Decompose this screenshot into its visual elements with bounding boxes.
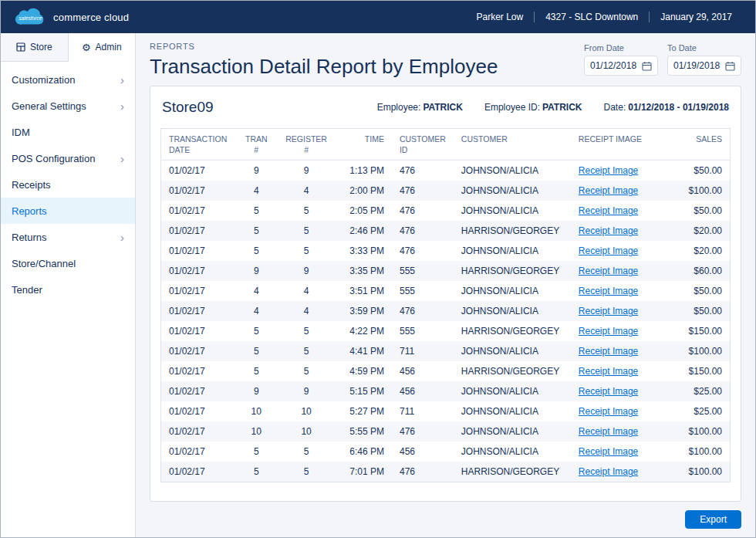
cell-tran: 10 [235, 421, 278, 442]
from-date-input[interactable] [590, 60, 640, 71]
cell-customer_id: 476 [392, 161, 454, 181]
cell-customer_id: 555 [392, 261, 454, 281]
cell-tran: 5 [235, 241, 278, 261]
column-header: REGISTER # [278, 129, 335, 161]
receipt-image-link[interactable]: Receipt Image [579, 165, 638, 176]
receipt-image-link[interactable]: Receipt Image [579, 245, 638, 256]
table-row: 01/02/17442:00 PM476JOHNSON/ALICIAReceip… [161, 181, 731, 201]
sidebar-item-idm[interactable]: IDM [1, 119, 135, 145]
cell-sales: $100.00 [671, 442, 731, 462]
cell-time: 1:13 PM [335, 161, 392, 181]
cell-customer: JOHNSON/ALICIA [454, 181, 571, 201]
table-header-row: TRANSACTION DATETRAN #REGISTER #TIMECUST… [161, 129, 731, 161]
cell-receipt: Receipt Image [571, 321, 671, 341]
to-date-label: To Date [667, 43, 741, 52]
tab-label: Store [30, 42, 52, 52]
receipt-image-link[interactable]: Receipt Image [579, 466, 638, 477]
receipt-image-link[interactable]: Receipt Image [579, 346, 638, 357]
cell-receipt: Receipt Image [571, 261, 671, 281]
calendar-icon[interactable] [642, 61, 652, 71]
report-date-value: 01/12/2018 - 01/19/2018 [628, 102, 729, 113]
receipt-image-link[interactable]: Receipt Image [579, 446, 638, 457]
current-store[interactable]: 4327 - SLC Downtown [535, 12, 649, 22]
cell-date: 01/02/17 [161, 381, 235, 401]
export-button[interactable]: Export [685, 510, 741, 529]
report-card-header: Store09 Employee:PATRICK Employee ID:PAT… [160, 93, 731, 128]
cell-receipt: Receipt Image [571, 221, 671, 241]
sidebar-item-general-settings[interactable]: General Settings› [1, 93, 135, 119]
cell-register: 5 [278, 361, 335, 381]
store-name: Store09 [162, 99, 214, 116]
table-row: 01/02/17554:59 PM456HARRISON/GEORGEYRece… [161, 361, 731, 381]
table-row: 01/02/17553:33 PM476JOHNSON/ALICIAReceip… [161, 241, 731, 261]
cell-tran: 5 [235, 462, 278, 482]
cell-time: 4:41 PM [335, 341, 392, 361]
column-header: CUSTOMER ID [392, 129, 454, 161]
from-date-label: From Date [584, 43, 658, 52]
sidebar-item-receipts[interactable]: Receipts [1, 171, 135, 198]
sidebar-tabs: Store ⚙ Admin [1, 33, 135, 62]
cell-sales: $60.00 [671, 261, 731, 281]
main-content: REPORTS Transaction Detail Report by Emp… [136, 33, 755, 537]
employee-info: Employee:PATRICK Employee ID:PATRICK Dat… [356, 102, 729, 113]
receipt-image-link[interactable]: Receipt Image [579, 286, 638, 296]
sidebar-item-reports[interactable]: Reports [1, 198, 135, 224]
receipt-image-link[interactable]: Receipt Image [579, 185, 638, 196]
to-date-input[interactable] [673, 60, 723, 71]
cell-date: 01/02/17 [161, 301, 235, 321]
receipt-image-link[interactable]: Receipt Image [579, 426, 638, 437]
sidebar-item-store-channel[interactable]: Store/Channel [1, 250, 135, 276]
cell-customer: JOHNSON/ALICIA [454, 241, 571, 261]
cell-receipt: Receipt Image [571, 442, 671, 462]
cell-customer: JOHNSON/ALICIA [454, 281, 571, 301]
cell-register: 10 [278, 421, 335, 442]
cell-sales: $50.00 [671, 301, 731, 321]
receipt-image-link[interactable]: Receipt Image [579, 266, 638, 276]
receipt-image-link[interactable]: Receipt Image [579, 406, 638, 417]
top-bar: salesforce commerce cloud Parker Low 432… [1, 1, 755, 33]
cell-register: 5 [278, 201, 335, 221]
receipt-image-link[interactable]: Receipt Image [579, 306, 638, 316]
table-row: 01/02/17556:46 PM456JOHNSON/ALICIAReceip… [161, 442, 731, 462]
chevron-right-icon: › [120, 153, 124, 164]
sidebar-item-returns[interactable]: Returns› [1, 224, 135, 250]
table-row: 01/02/1710105:27 PM711JOHNSON/ALICIARece… [161, 401, 731, 421]
receipt-image-link[interactable]: Receipt Image [579, 366, 638, 377]
sidebar-item-customization[interactable]: Customization› [1, 66, 135, 93]
cell-time: 4:59 PM [335, 361, 392, 381]
cell-customer: JOHNSON/ALICIA [454, 421, 571, 442]
tab-admin[interactable]: ⚙ Admin [69, 33, 136, 62]
cell-date: 01/02/17 [161, 341, 235, 361]
sidebar-item-label: General Settings [12, 100, 86, 112]
tab-store[interactable]: Store [1, 33, 69, 62]
cell-date: 01/02/17 [161, 261, 235, 281]
cell-receipt: Receipt Image [571, 241, 671, 261]
cell-customer: HARRISON/GEORGEY [454, 221, 571, 241]
cell-register: 4 [278, 281, 335, 301]
cell-date: 01/02/17 [161, 281, 235, 301]
receipt-image-link[interactable]: Receipt Image [579, 326, 638, 337]
cell-tran: 5 [235, 341, 278, 361]
to-date-group: To Date [667, 43, 741, 76]
employee-id-label: Employee ID: [484, 102, 540, 113]
calendar-icon[interactable] [725, 61, 735, 71]
receipt-image-link[interactable]: Receipt Image [579, 205, 638, 216]
sidebar-item-label: POS Configuration [12, 153, 95, 164]
table-row: 01/02/17991:13 PM476JOHNSON/ALICIAReceip… [161, 161, 731, 181]
cell-customer_id: 476 [392, 221, 454, 241]
cell-time: 5:27 PM [335, 401, 392, 421]
sidebar: Store ⚙ Admin Customization›General Sett… [1, 33, 136, 537]
chevron-right-icon: › [120, 232, 124, 243]
cell-customer_id: 711 [392, 401, 454, 421]
table-row: 01/02/17443:59 PM476JOHNSON/ALICIAReceip… [161, 301, 731, 321]
cell-customer_id: 476 [392, 181, 454, 201]
receipt-image-link[interactable]: Receipt Image [579, 225, 638, 236]
receipt-image-link[interactable]: Receipt Image [579, 386, 638, 397]
employee-pair: Employee:PATRICK [377, 102, 463, 113]
cell-time: 2:05 PM [335, 201, 392, 221]
sidebar-item-label: Store/Channel [12, 258, 76, 269]
sidebar-item-tender[interactable]: Tender [1, 276, 135, 303]
from-date-box [584, 56, 658, 76]
sidebar-item-pos-configuration[interactable]: POS Configuration› [1, 145, 135, 171]
current-user[interactable]: Parker Low [465, 12, 534, 22]
